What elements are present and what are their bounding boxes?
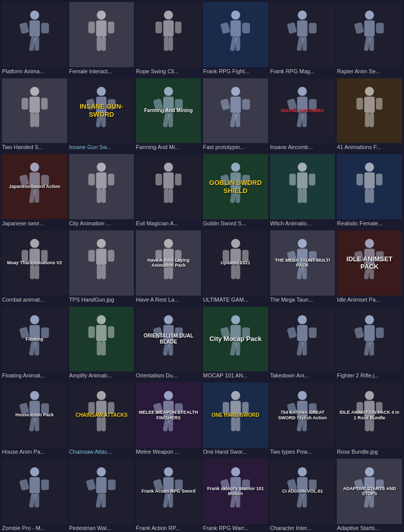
thumbnail	[337, 2, 402, 67]
svg-rect-175	[364, 325, 375, 341]
svg-rect-106	[365, 189, 370, 203]
grid-item[interactable]: 41 Animations F...	[337, 78, 402, 153]
item-label: Frank RPG Fight...	[203, 67, 268, 76]
grid-item[interactable]: IDLE ANIMSET PACKIdle Animset Pa...	[337, 230, 402, 305]
thumbnail-overlay-text: 754 KATANA GREAT SWORD Stylish Action	[270, 408, 335, 423]
svg-point-0	[30, 11, 39, 20]
grid-item[interactable]: Realistic Female...	[337, 154, 402, 228]
thumbnail-overlay-text: Floating	[24, 334, 45, 344]
thumbnail: City Mocap Pack	[203, 307, 268, 372]
grid-item[interactable]: Farming And MiningFarming And Mi...	[136, 78, 201, 153]
grid-item[interactable]: Muay Thai Animations V2Combat animat...	[2, 230, 67, 305]
svg-rect-100	[298, 189, 302, 203]
svg-rect-57	[242, 99, 249, 110]
grid-item[interactable]: Frank RPG Fight...	[203, 2, 268, 76]
svg-rect-40	[30, 113, 34, 127]
grid-item[interactable]: Japanese Sword ActionJapanese swor...	[2, 154, 67, 228]
svg-rect-2	[19, 22, 29, 34]
grid-item[interactable]: City Animation ...	[69, 154, 134, 228]
item-label: Frank RPG Mag...	[270, 67, 335, 76]
svg-rect-11	[102, 36, 106, 51]
grid-item[interactable]: Frank skloot's Warrior 101 MotionFrank R…	[203, 459, 268, 532]
svg-rect-81	[108, 174, 115, 185]
item-label: Farming And Mi...	[136, 143, 201, 152]
grid-item[interactable]: Fast prototypin...	[203, 78, 268, 153]
item-label: Character Inter...	[270, 524, 335, 532]
grid-item[interactable]: CI ADD-ON VOL.01Character Inter...	[270, 459, 335, 532]
grid-item[interactable]: Platform Anima...	[2, 2, 67, 76]
thumbnail	[2, 2, 67, 67]
grid-item[interactable]: Frank Action RPG SwordFrank Action RP...	[136, 459, 201, 532]
svg-rect-1	[29, 20, 40, 36]
svg-rect-170	[287, 326, 297, 338]
thumbnail: CI ADD-ON VOL.01	[270, 459, 335, 524]
grid-item[interactable]: FloatingFloating Animat...	[2, 307, 67, 381]
item-label: House Anim Pa...	[2, 448, 67, 457]
svg-point-72	[30, 163, 39, 172]
grid-item[interactable]: Frank RPG Mag...	[270, 2, 335, 76]
svg-point-156	[164, 315, 173, 324]
grid-item[interactable]: Female Interact...	[69, 2, 134, 76]
grid-item[interactable]: TPS HandGun.jpg	[69, 230, 134, 305]
svg-point-102	[365, 163, 374, 172]
svg-rect-25	[297, 20, 308, 36]
grid-item[interactable]: House Anim PackHouse Anim Pa...	[2, 382, 67, 457]
item-label: Platform Anima...	[2, 67, 67, 76]
svg-rect-9	[108, 22, 115, 33]
grid-item[interactable]: Takedown Ani...	[270, 307, 335, 381]
item-label: Fast prototypin...	[203, 143, 268, 152]
grid-item[interactable]: THE MEGA TAUNT MULTI PACKThe Mega Taun..…	[270, 230, 335, 305]
grid-item[interactable]: INSANE GUN-SWORDInsane Gun Sw...	[69, 78, 134, 153]
svg-rect-171	[309, 327, 317, 338]
svg-rect-20	[220, 22, 230, 34]
svg-point-174	[365, 315, 374, 324]
svg-point-66	[365, 86, 374, 95]
thumbnail	[270, 307, 335, 372]
grid-item[interactable]: Fighter 2 Rifle.j...	[337, 307, 402, 381]
thumbnail: CHAINSAW ATTACKS	[69, 382, 134, 448]
grid-item[interactable]: ORIENTALISM DUAL BLADEOrientalism Du...	[136, 307, 201, 381]
svg-rect-117	[108, 250, 115, 262]
grid-item[interactable]: IDLE ANIMATION PACK 4 in 1 Rose BundleRo…	[337, 382, 402, 457]
thumbnail: GOBLIN SWORD SHIELD	[203, 154, 268, 219]
grid-item[interactable]: Rapier Anim Se...	[337, 2, 402, 76]
grid-item[interactable]: Have A Rest Laying Animation PackHave A …	[136, 230, 201, 305]
thumbnail-overlay-text: City Mocap Pack	[208, 333, 264, 345]
grid-item[interactable]: Witch Animatio...	[270, 154, 335, 228]
grid-item[interactable]: 754 KATANA GREAT SWORD Stylish ActionTwo…	[270, 382, 335, 457]
grid-item[interactable]: GOBLIN SWORD SHIELDGoblin Sword S...	[203, 154, 268, 228]
svg-rect-221	[34, 493, 39, 507]
grid-item[interactable]: ADAPTIVE STARTS AND STOPSAdaptive Starts…	[337, 459, 402, 532]
thumbnail: ADAPTIVE STARTS AND STOPS	[337, 459, 402, 524]
grid-item[interactable]: CHAINSAW ATTACKSChainsaw Attac...	[69, 382, 134, 457]
grid-item[interactable]: ONE HAND SWORDOne Hand Swor...	[203, 382, 268, 457]
grid-item[interactable]: Rope Swing Cli...	[136, 2, 201, 76]
item-label: The Mega Taun...	[270, 296, 335, 305]
grid-item[interactable]: Updated 2021ULTIMATE GAM...	[203, 230, 268, 305]
svg-point-6	[97, 11, 106, 20]
svg-point-12	[164, 11, 173, 20]
grid-item[interactable]: Amplify Animati...	[69, 307, 134, 381]
item-label: Chainsaw Attac...	[69, 448, 134, 457]
grid-item[interactable]: City Mocap PackMOCAP 101 AN...	[203, 307, 268, 381]
thumbnail	[337, 154, 402, 219]
item-label: Melee Weapon ...	[136, 448, 201, 457]
grid-item[interactable]: Evil Magician A...	[136, 154, 201, 228]
thumbnail	[337, 307, 402, 372]
svg-rect-115	[96, 249, 107, 265]
grid-item[interactable]: Pedestrian Wal...	[69, 459, 134, 532]
svg-point-246	[365, 467, 374, 476]
grid-item[interactable]: Zombie Pro - M...	[2, 459, 67, 532]
grid-item[interactable]: INSANE AIRCOMBOInsane Aircomb...	[270, 78, 335, 153]
svg-point-234	[231, 467, 240, 476]
svg-point-162	[231, 315, 240, 324]
svg-rect-71	[370, 113, 374, 127]
svg-rect-10	[97, 36, 102, 51]
svg-rect-152	[88, 326, 95, 337]
grid-item[interactable]: Two Handed S...	[2, 78, 67, 153]
svg-rect-85	[163, 172, 174, 188]
thumbnail	[69, 307, 134, 372]
svg-rect-35	[370, 36, 374, 51]
svg-rect-83	[102, 189, 106, 203]
grid-item[interactable]: MELEE WEAPON STEALTH FINISHERSMelee Weap…	[136, 382, 201, 457]
